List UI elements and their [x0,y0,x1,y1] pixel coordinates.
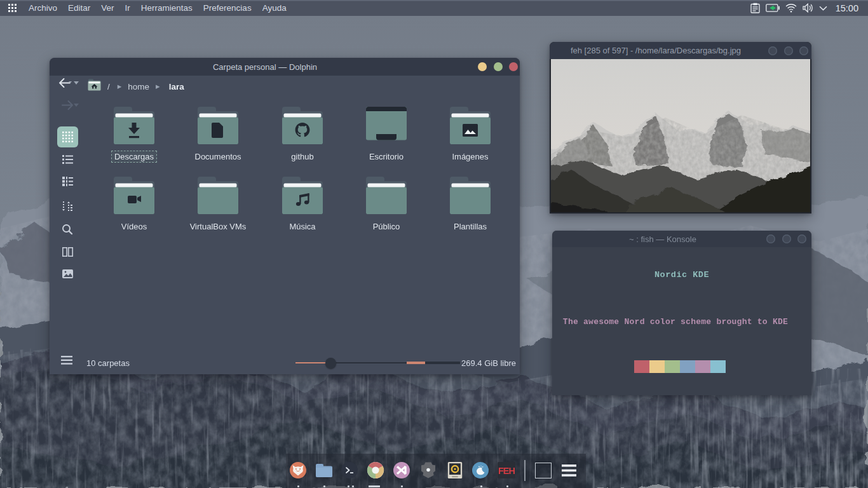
svg-text:FEH: FEH [498,466,515,476]
